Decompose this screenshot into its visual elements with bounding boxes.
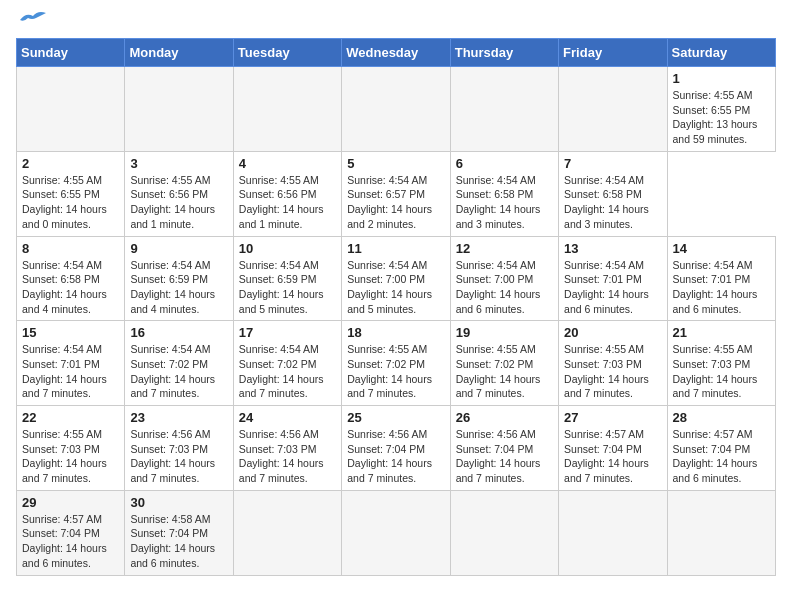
day-info: Sunrise: 4:55 AMSunset: 7:03 PMDaylight:…: [564, 343, 649, 399]
table-row: 14Sunrise: 4:54 AMSunset: 7:01 PMDayligh…: [667, 236, 775, 321]
day-number: 11: [347, 241, 444, 256]
empty-cell: [342, 67, 450, 152]
day-number: 6: [456, 156, 553, 171]
table-row: 5Sunrise: 4:54 AMSunset: 6:57 PMDaylight…: [342, 151, 450, 236]
day-number: 2: [22, 156, 119, 171]
table-row: [450, 490, 558, 575]
day-info: Sunrise: 4:54 AMSunset: 6:58 PMDaylight:…: [564, 174, 649, 230]
empty-cell: [233, 67, 341, 152]
table-row: 16Sunrise: 4:54 AMSunset: 7:02 PMDayligh…: [125, 321, 233, 406]
day-info: Sunrise: 4:54 AMSunset: 7:00 PMDaylight:…: [456, 259, 541, 315]
table-row: 25Sunrise: 4:56 AMSunset: 7:04 PMDayligh…: [342, 406, 450, 491]
day-number: 27: [564, 410, 661, 425]
day-header-wednesday: Wednesday: [342, 39, 450, 67]
table-row: [667, 490, 775, 575]
day-number: 30: [130, 495, 227, 510]
day-info: Sunrise: 4:56 AMSunset: 7:04 PMDaylight:…: [456, 428, 541, 484]
day-header-monday: Monday: [125, 39, 233, 67]
day-info: Sunrise: 4:55 AMSunset: 7:02 PMDaylight:…: [456, 343, 541, 399]
table-row: 10Sunrise: 4:54 AMSunset: 6:59 PMDayligh…: [233, 236, 341, 321]
day-number: 18: [347, 325, 444, 340]
day-info: Sunrise: 4:55 AMSunset: 6:55 PMDaylight:…: [22, 174, 107, 230]
table-row: 4Sunrise: 4:55 AMSunset: 6:56 PMDaylight…: [233, 151, 341, 236]
day-info: Sunrise: 4:57 AMSunset: 7:04 PMDaylight:…: [564, 428, 649, 484]
table-row: 23Sunrise: 4:56 AMSunset: 7:03 PMDayligh…: [125, 406, 233, 491]
calendar-table: SundayMondayTuesdayWednesdayThursdayFrid…: [16, 38, 776, 576]
table-row: 29Sunrise: 4:57 AMSunset: 7:04 PMDayligh…: [17, 490, 125, 575]
day-number: 16: [130, 325, 227, 340]
table-row: 15Sunrise: 4:54 AMSunset: 7:01 PMDayligh…: [17, 321, 125, 406]
day-number: 14: [673, 241, 770, 256]
day-number: 13: [564, 241, 661, 256]
day-number: 23: [130, 410, 227, 425]
day-number: 10: [239, 241, 336, 256]
table-row: 12Sunrise: 4:54 AMSunset: 7:00 PMDayligh…: [450, 236, 558, 321]
table-row: 21Sunrise: 4:55 AMSunset: 7:03 PMDayligh…: [667, 321, 775, 406]
day-number: 26: [456, 410, 553, 425]
day-info: Sunrise: 4:54 AMSunset: 6:59 PMDaylight:…: [239, 259, 324, 315]
logo: [16, 16, 48, 28]
table-row: 28Sunrise: 4:57 AMSunset: 7:04 PMDayligh…: [667, 406, 775, 491]
empty-cell: [559, 67, 667, 152]
day-info: Sunrise: 4:55 AMSunset: 6:56 PMDaylight:…: [130, 174, 215, 230]
day-info: Sunrise: 4:54 AMSunset: 6:58 PMDaylight:…: [456, 174, 541, 230]
day-info: Sunrise: 4:55 AMSunset: 6:56 PMDaylight:…: [239, 174, 324, 230]
day-number: 15: [22, 325, 119, 340]
day-header-sunday: Sunday: [17, 39, 125, 67]
day-number: 20: [564, 325, 661, 340]
day-info: Sunrise: 4:55 AMSunset: 7:03 PMDaylight:…: [673, 343, 758, 399]
day-header-tuesday: Tuesday: [233, 39, 341, 67]
day-number: 24: [239, 410, 336, 425]
day-info: Sunrise: 4:56 AMSunset: 7:03 PMDaylight:…: [239, 428, 324, 484]
day-info: Sunrise: 4:57 AMSunset: 7:04 PMDaylight:…: [673, 428, 758, 484]
day-number: 9: [130, 241, 227, 256]
table-row: 24Sunrise: 4:56 AMSunset: 7:03 PMDayligh…: [233, 406, 341, 491]
day-number: 21: [673, 325, 770, 340]
day-info: Sunrise: 4:56 AMSunset: 7:03 PMDaylight:…: [130, 428, 215, 484]
table-row: 2Sunrise: 4:55 AMSunset: 6:55 PMDaylight…: [17, 151, 125, 236]
day-number: 12: [456, 241, 553, 256]
day-number: 1: [673, 71, 770, 86]
day-info: Sunrise: 4:55 AMSunset: 7:03 PMDaylight:…: [22, 428, 107, 484]
day-info: Sunrise: 4:54 AMSunset: 7:02 PMDaylight:…: [130, 343, 215, 399]
day-number: 25: [347, 410, 444, 425]
day-header-thursday: Thursday: [450, 39, 558, 67]
table-row: 19Sunrise: 4:55 AMSunset: 7:02 PMDayligh…: [450, 321, 558, 406]
table-row: 9Sunrise: 4:54 AMSunset: 6:59 PMDaylight…: [125, 236, 233, 321]
day-info: Sunrise: 4:54 AMSunset: 6:57 PMDaylight:…: [347, 174, 432, 230]
table-row: 26Sunrise: 4:56 AMSunset: 7:04 PMDayligh…: [450, 406, 558, 491]
table-row: 22Sunrise: 4:55 AMSunset: 7:03 PMDayligh…: [17, 406, 125, 491]
table-row: 1Sunrise: 4:55 AMSunset: 6:55 PMDaylight…: [667, 67, 775, 152]
day-info: Sunrise: 4:54 AMSunset: 7:01 PMDaylight:…: [22, 343, 107, 399]
day-number: 3: [130, 156, 227, 171]
page-header: [16, 16, 776, 28]
day-number: 29: [22, 495, 119, 510]
day-number: 22: [22, 410, 119, 425]
day-info: Sunrise: 4:58 AMSunset: 7:04 PMDaylight:…: [130, 513, 215, 569]
empty-cell: [450, 67, 558, 152]
table-row: 30Sunrise: 4:58 AMSunset: 7:04 PMDayligh…: [125, 490, 233, 575]
table-row: 8Sunrise: 4:54 AMSunset: 6:58 PMDaylight…: [17, 236, 125, 321]
table-row: 17Sunrise: 4:54 AMSunset: 7:02 PMDayligh…: [233, 321, 341, 406]
day-info: Sunrise: 4:57 AMSunset: 7:04 PMDaylight:…: [22, 513, 107, 569]
table-row: 18Sunrise: 4:55 AMSunset: 7:02 PMDayligh…: [342, 321, 450, 406]
empty-cell: [17, 67, 125, 152]
day-info: Sunrise: 4:54 AMSunset: 6:58 PMDaylight:…: [22, 259, 107, 315]
table-row: 11Sunrise: 4:54 AMSunset: 7:00 PMDayligh…: [342, 236, 450, 321]
table-row: 13Sunrise: 4:54 AMSunset: 7:01 PMDayligh…: [559, 236, 667, 321]
table-row: [559, 490, 667, 575]
day-number: 7: [564, 156, 661, 171]
day-number: 28: [673, 410, 770, 425]
table-row: 3Sunrise: 4:55 AMSunset: 6:56 PMDaylight…: [125, 151, 233, 236]
table-row: 20Sunrise: 4:55 AMSunset: 7:03 PMDayligh…: [559, 321, 667, 406]
day-info: Sunrise: 4:55 AMSunset: 7:02 PMDaylight:…: [347, 343, 432, 399]
table-row: 6Sunrise: 4:54 AMSunset: 6:58 PMDaylight…: [450, 151, 558, 236]
day-header-saturday: Saturday: [667, 39, 775, 67]
day-number: 8: [22, 241, 119, 256]
day-info: Sunrise: 4:54 AMSunset: 6:59 PMDaylight:…: [130, 259, 215, 315]
logo-bird-icon: [18, 8, 48, 28]
day-number: 5: [347, 156, 444, 171]
day-info: Sunrise: 4:55 AMSunset: 6:55 PMDaylight:…: [673, 89, 758, 145]
day-header-friday: Friday: [559, 39, 667, 67]
day-number: 4: [239, 156, 336, 171]
